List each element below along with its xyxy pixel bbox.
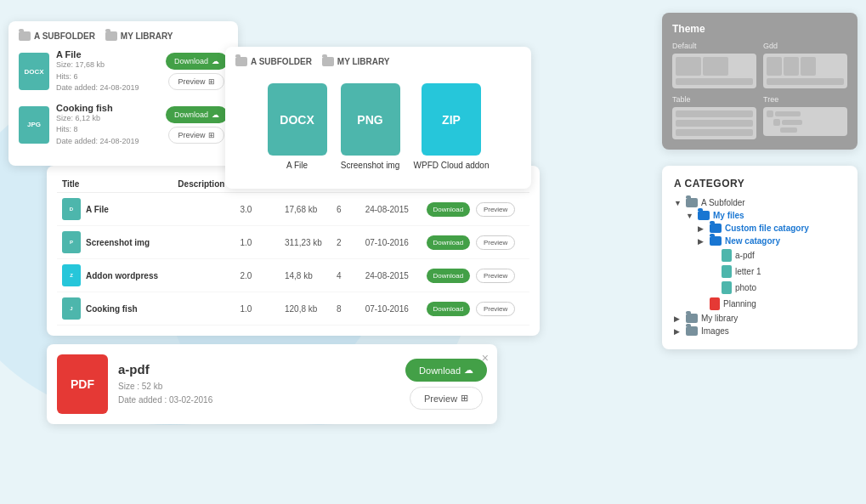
download-button[interactable]: Download (427, 269, 471, 283)
theme-title: Theme (672, 23, 847, 35)
expand-icon: ⊞ (208, 77, 215, 86)
table-row: ZAddon wordpress 2.0 14,8 kb 4 24-08-201… (57, 259, 529, 292)
file-type-icon (722, 265, 732, 278)
zip-grid-icon: ZIP (422, 83, 481, 156)
file-info: Cooking fish Size: 6,12 kb Hits: 8 Date … (56, 103, 159, 148)
theme-tree-label: Tree (763, 95, 847, 104)
theme-options: Default Gdd Table (672, 42, 847, 139)
tree-item-myfiles[interactable]: ▼ My files (674, 209, 846, 222)
theme-default[interactable]: Default (672, 42, 756, 88)
file-actions: Download ☁ Preview ⊞ (166, 53, 228, 90)
jpg-icon: JPG (19, 106, 49, 144)
cloud-icon: ☁ (212, 110, 219, 119)
tree-item-planning[interactable]: ▶ Planning (674, 296, 846, 312)
tree-item-photo[interactable]: ▶ photo (674, 280, 846, 296)
toggle-icon: ▶ (674, 314, 682, 323)
single-preview-button[interactable]: Preview ⊞ (410, 387, 483, 410)
single-file-info: a-pdf Size : 52 kb Date added : 03-02-20… (118, 362, 395, 407)
tree-item-subfolder[interactable]: ▼ A Subfolder (674, 196, 846, 209)
tree-label: New catagory (725, 236, 780, 246)
download-button[interactable]: Download ☁ (166, 106, 228, 123)
theme-gdd[interactable]: Gdd (763, 42, 847, 88)
list-card-top: A SUBFOLDER MY LIBRARY DOCX A File Size:… (8, 21, 238, 166)
tree-item-newcat[interactable]: ▶ New catagory (674, 235, 846, 247)
list-item: DOCX A File Size: 17,68 kb Hits: 6 Date … (19, 49, 228, 94)
preview-button[interactable]: Preview ⊞ (168, 73, 224, 90)
grid-file-item: ZIP WPFD Cloud addon (414, 83, 490, 170)
file-meta: Size: 17,68 kb Hits: 6 Date added: 24-08… (56, 59, 159, 94)
tree-item-letter1[interactable]: ▶ letter 1 (674, 263, 846, 280)
jpg-icon: J (62, 297, 81, 320)
file-actions: Download ☁ Preview ⊞ (166, 106, 228, 144)
file-type-icon (722, 249, 732, 262)
download-button[interactable]: Download ☁ (166, 53, 228, 70)
tree-label: a-pdf (735, 251, 755, 260)
table-row: JCooking fish 1.0 120,8 kb 8 07-10-2016 … (57, 292, 529, 326)
breadcrumb-subfolder: A SUBFOLDER (235, 57, 312, 66)
docx-icon: DOCX (19, 53, 49, 90)
preview-button[interactable]: Preview (476, 302, 515, 316)
breadcrumb-grid: A SUBFOLDER MY LIBRARY (235, 57, 521, 66)
single-file-name: a-pdf (118, 362, 395, 377)
tree-item-custom[interactable]: ▶ Custom file catagory (674, 222, 846, 235)
folder-icon (698, 211, 710, 220)
category-title: A CATEGORY (674, 178, 846, 190)
toggle-icon: ▶ (698, 224, 706, 233)
file-info: A File Size: 17,68 kb Hits: 6 Date added… (56, 49, 159, 94)
tree-item-apdf[interactable]: ▶ a-pdf (674, 247, 846, 263)
tree-item-images[interactable]: ▶ Images (674, 325, 846, 337)
subfolder-label: A SUBFOLDER (34, 31, 95, 41)
download-button[interactable]: Download (427, 302, 471, 316)
breadcrumb-top: A SUBFOLDER MY LIBRARY (19, 31, 228, 41)
table-row: DA File 3.0 17,68 kb 6 24-08-2015 Downlo… (57, 193, 529, 226)
expand-icon: ⊞ (461, 393, 468, 404)
expand-icon: ⊞ (208, 131, 215, 139)
tree-label: My files (713, 211, 744, 220)
folder-icon (235, 57, 247, 66)
tree-label: photo (735, 283, 756, 292)
zip-icon: Z (62, 264, 81, 286)
png-icon: P (62, 231, 81, 253)
spacer: ▶ (710, 268, 718, 276)
cloud-icon: ☁ (212, 57, 219, 65)
folder-icon (710, 236, 722, 246)
spacer: ▶ (710, 284, 718, 292)
tree-item-mylibrary[interactable]: ▶ My library (674, 312, 846, 325)
library-label: MY LIBRARY (121, 31, 173, 41)
tree-label: A Subfolder (701, 198, 745, 207)
toggle-icon: ▶ (674, 327, 682, 336)
single-download-button[interactable]: Download ☁ (405, 359, 487, 382)
preview-button[interactable]: Preview (476, 235, 515, 250)
download-button[interactable]: Download (427, 235, 471, 250)
preview-button[interactable]: Preview ⊞ (168, 127, 224, 144)
theme-tree[interactable]: Tree (763, 95, 847, 139)
docx-icon: D (62, 198, 81, 220)
single-file-card: × PDF a-pdf Size : 52 kb Date added : 03… (47, 344, 497, 424)
toggle-icon: ▼ (674, 199, 682, 207)
folder-icon (710, 224, 722, 233)
preview-button[interactable]: Preview (476, 269, 515, 283)
toggle-icon: ▶ (698, 237, 706, 246)
png-grid-icon: PNG (341, 83, 400, 156)
theme-table-label: Table (672, 95, 756, 104)
tree-label: letter 1 (735, 267, 761, 276)
spacer: ▶ (710, 252, 718, 260)
table-card: Title Description Version Size Hits Date… (47, 166, 540, 336)
theme-table[interactable]: Table (672, 95, 756, 139)
subfolder-label: A SUBFOLDER (251, 57, 312, 66)
toggle-icon: ▼ (686, 212, 694, 220)
folder-icon (19, 31, 31, 41)
library-label: MY LIBRARY (337, 57, 390, 66)
tree-label: Images (701, 326, 729, 336)
preview-button[interactable]: Preview (476, 202, 515, 217)
theme-gdd-label: Gdd (763, 42, 847, 50)
folder-icon (105, 31, 117, 41)
grid-file-name: A File (286, 161, 308, 170)
download-button[interactable]: Download (427, 202, 471, 217)
file-name: Cooking fish (56, 103, 159, 113)
spacer: ▶ (698, 300, 706, 309)
file-name: A File (56, 49, 159, 59)
close-button[interactable]: × (482, 351, 489, 365)
grid-card: A SUBFOLDER MY LIBRARY DOCX A File PNG S… (225, 47, 531, 189)
folder-icon (686, 314, 698, 323)
